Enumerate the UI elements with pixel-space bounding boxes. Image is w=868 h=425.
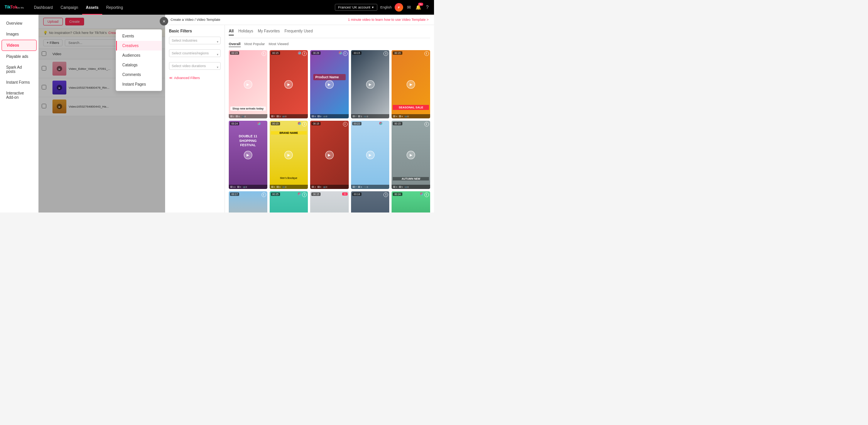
sidebar-item-spark-ad-posts[interactable]: Spark Ad posts	[2, 62, 37, 77]
template-card-5[interactable]: 00:15 ℹ SEASONAL SALE ▶ 🖼4 🖼4 📹0	[392, 50, 430, 118]
template-duration-11: 00:17	[230, 192, 239, 196]
sidebar-item-overview[interactable]: Overview	[2, 18, 37, 29]
mail-icon[interactable]: ✉	[406, 4, 412, 11]
notification-icon[interactable]: 🔔 9+	[415, 4, 422, 11]
template-brand-name: BRAND NAME	[271, 131, 307, 135]
sidebar-item-playable-ads[interactable]: Playable ads	[2, 51, 37, 62]
template-card-3[interactable]: 00:29 ℹ Product Name ▶ 🖼8 🖼9 📹0	[310, 50, 349, 118]
subtab-most-viewed[interactable]: Most Viewed	[269, 41, 289, 47]
template-play-4[interactable]: ▶	[366, 80, 375, 89]
template-footer-9: 🖼7 🖼4 📹0	[351, 185, 390, 189]
sidebar-item-instant-forms[interactable]: Instant Forms	[2, 77, 37, 88]
template-duration-10: 00:15	[393, 122, 402, 125]
template-card-7[interactable]: 00:15 ℹ BRAND NAME Men's Boutique ▶ 🖼4 🖼…	[270, 121, 308, 189]
template-duration-1: 00:15	[230, 51, 239, 55]
template-card-9[interactable]: 00:22 ▶ 🖼7 🖼4 📹0	[351, 121, 390, 189]
template-mens-boutique: Men's Boutique	[272, 177, 306, 179]
template-info-15[interactable]: ℹ	[424, 192, 429, 197]
template-card-10[interactable]: 00:15 ℹ AUTUMN NEW ▶ 🖼4 🖼5 📹0	[392, 121, 430, 189]
template-card-15[interactable]: 00:24 ℹ ▶ 🖼2 🖼3 📹0	[392, 191, 430, 212]
template-duration-3: 00:29	[311, 51, 321, 55]
tab-holidays[interactable]: Holidays	[238, 29, 253, 35]
template-footer-3: 🖼8 🖼9 📹0	[310, 114, 349, 118]
template-info-14[interactable]: ℹ	[383, 192, 388, 197]
template-card-12[interactable]: 00:25 ℹ ▶ 🖼3 🖼2 📹0	[270, 191, 308, 212]
svg-text:Ads Manager: Ads Manager	[16, 7, 24, 9]
template-play-2[interactable]: ▶	[284, 80, 293, 89]
sidebar-item-interactive-addon[interactable]: Interactive Add-on	[2, 88, 37, 103]
subtab-overall[interactable]: Overall	[229, 41, 241, 47]
language-selector[interactable]: English	[380, 5, 392, 9]
template-info-10[interactable]: ℹ	[424, 122, 429, 126]
nav-assets[interactable]: Assets	[82, 0, 103, 15]
template-card-13[interactable]: 00:15 S3 ▶ 🖼2 🖼3 📹0	[310, 191, 349, 212]
dropdown-item-events[interactable]: Events	[116, 31, 162, 41]
nav-dashboard[interactable]: Dashboard	[30, 0, 57, 15]
help-icon[interactable]: ?	[425, 4, 429, 11]
template-card-6[interactable]: 00:24 DOUBLE 11SHOPPINGFESTIVAL ▶ 🖼13 🖼4…	[229, 121, 267, 189]
svg-text:Tik: Tik	[5, 5, 11, 9]
template-seasonal-sale: SEASONAL SALE	[393, 105, 429, 110]
template-card-11[interactable]: 00:17 ℹ ▶ 🖼2 🖼3 📹0	[229, 191, 267, 212]
dropdown-item-instant-pages[interactable]: Instant Pages	[116, 79, 162, 89]
sidebar-item-videos[interactable]: Videos	[2, 40, 37, 51]
advanced-filters-button[interactable]: ≪ Advanced Filters	[169, 74, 221, 81]
template-info-4[interactable]: ℹ	[383, 51, 388, 56]
dropdown-item-comments[interactable]: Comments	[116, 70, 162, 79]
industry-select[interactable]: Select Industries	[169, 37, 221, 44]
filter-panel: Basic Filters Select Industries Select c…	[165, 25, 225, 212]
dropdown-item-audiences[interactable]: Audiences	[116, 51, 162, 60]
nav-right: Frances' UK account ▾ English F ✉ 🔔 9+ ?	[335, 3, 429, 12]
template-footer-7: 🖼4 🖼6 📹0	[270, 185, 308, 189]
account-selector[interactable]: Frances' UK account ▾	[335, 4, 377, 11]
template-play-9[interactable]: ▶	[366, 151, 375, 159]
template-card-1[interactable]: 00:15 ℹ ▶ Shop new arrivals today 🖼2 🖼6 …	[229, 50, 267, 118]
template-stat-2c: 📹0	[282, 115, 286, 118]
nav-campaign[interactable]: Campaign	[57, 0, 82, 15]
template-stat-4c: 📹0	[363, 115, 368, 118]
template-info-5[interactable]: ℹ	[424, 51, 429, 56]
template-duration-14: 00:18	[352, 192, 361, 196]
template-stat-9b: 🖼4	[358, 186, 362, 188]
template-info-7[interactable]: ℹ	[302, 122, 307, 126]
avatar[interactable]: F	[395, 3, 403, 12]
template-stat-6c: 📹0	[243, 186, 247, 188]
template-play-8[interactable]: ▶	[325, 151, 334, 159]
filter-tabs: All Holidays My Favorites Frequently Use…	[229, 29, 430, 38]
tab-my-favorites[interactable]: My Favorites	[258, 29, 280, 35]
template-info-12[interactable]: ℹ	[302, 192, 307, 197]
template-stat-4b: 🖼3	[358, 115, 362, 118]
dropdown-item-catalogs[interactable]: Catalogs	[116, 60, 162, 70]
nav-reporting[interactable]: Reporting	[102, 0, 127, 15]
template-card-8[interactable]: 00:15 ℹ ▶ 🖼2 🖼4 📹0	[310, 121, 349, 189]
dropdown-item-creatives[interactable]: Creatives	[116, 41, 162, 51]
template-info-11[interactable]: ℹ	[262, 192, 266, 197]
tab-frequently-used[interactable]: Frequently Used	[284, 29, 312, 35]
tab-all[interactable]: All	[229, 29, 234, 35]
template-info-3[interactable]: ℹ	[343, 51, 348, 56]
top-navigation: Tik Tok Ads Manager Dashboard Campaign A…	[0, 0, 434, 15]
modal-help-link[interactable]: 1 minute video to learn how to use Video…	[348, 18, 429, 22]
template-card-14[interactable]: 00:18 ℹ BOOK NOW ▶ 🖼3 🖼2 📹0	[351, 191, 390, 212]
template-footer-1: 🖼2 🖼6 📹0	[229, 114, 267, 118]
template-play-7[interactable]: ▶	[284, 151, 293, 159]
template-play-1[interactable]: ▶	[244, 80, 252, 89]
template-play-6[interactable]: ▶	[244, 151, 252, 159]
sidebar-item-images[interactable]: Images	[2, 29, 37, 39]
template-card-2[interactable]: 00:15 ℹ ▶ 🖼7 🖼3 📹0	[270, 50, 308, 118]
subtab-most-popular[interactable]: Most Popular	[245, 41, 265, 47]
sidebar: Overview Images Videos Playable ads Spar…	[0, 15, 39, 212]
template-product-name: Product Name	[313, 74, 346, 80]
nav-items: Dashboard Campaign Assets Reporting	[30, 0, 335, 15]
template-info-2[interactable]: ℹ	[302, 51, 307, 56]
modal-close-button[interactable]: ✕	[160, 17, 168, 25]
template-play-10[interactable]: ▶	[407, 151, 415, 159]
template-play-5[interactable]: ▶	[407, 80, 415, 89]
template-card-4[interactable]: 00:15 ℹ ▶ 🖼7 🖼3 📹0	[351, 50, 390, 118]
template-stat-2b: 🖼3	[277, 115, 280, 118]
template-info-8[interactable]: ℹ	[343, 122, 348, 126]
template-info-1[interactable]: ℹ	[262, 51, 266, 56]
duration-select[interactable]: Select video durations	[169, 62, 221, 70]
template-play-3[interactable]: ▶	[325, 80, 334, 89]
countries-select[interactable]: Select countries/regions	[169, 49, 221, 57]
